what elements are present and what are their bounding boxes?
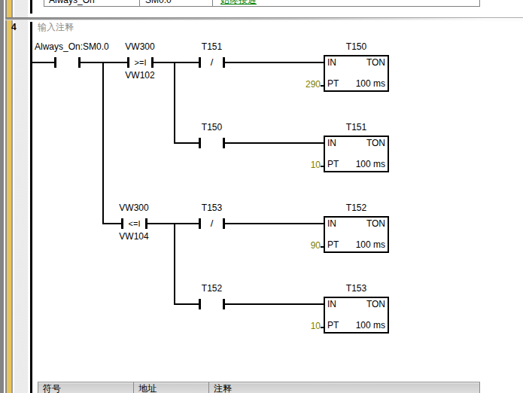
timer-box-ton[interactable]: IN TON PT 100 ms xyxy=(324,216,389,253)
timer-type: TON xyxy=(366,219,385,229)
column-divider xyxy=(208,382,209,393)
wire xyxy=(175,303,199,305)
pt-pin-stub xyxy=(321,85,324,87)
contact-label: T150 xyxy=(193,123,230,133)
contact-bar-icon xyxy=(199,299,201,309)
timer-time-base: 100 ms xyxy=(356,160,385,169)
compare-operand-top: VW300 xyxy=(115,203,153,213)
column-header-symbol: 符号 xyxy=(43,384,61,393)
pt-pin-stub xyxy=(321,327,324,328)
column-header-address: 地址 xyxy=(138,384,157,393)
timer-box-ton[interactable]: IN TON PT 100 ms xyxy=(324,297,389,334)
wire xyxy=(225,223,324,224)
timer-type: TON xyxy=(366,300,385,309)
compare-operand-top: VW300 xyxy=(121,42,159,52)
contact-normally-closed[interactable]: / xyxy=(199,218,225,229)
wire xyxy=(147,223,199,224)
contact-normally-open[interactable] xyxy=(199,138,225,148)
timer-pt-pin: PT xyxy=(327,160,339,169)
timer-name: T151 xyxy=(324,123,389,133)
timer-name: T153 xyxy=(324,284,389,294)
wire xyxy=(225,62,324,63)
branch-wire xyxy=(102,62,104,224)
timer-name: T150 xyxy=(324,42,389,52)
timer-pt-pin: PT xyxy=(327,321,339,331)
timer-in-pin: IN xyxy=(327,300,336,309)
timer-name: T152 xyxy=(324,203,389,213)
compare-operand-bottom: VW102 xyxy=(121,71,159,81)
timer-in-pin: IN xyxy=(327,219,336,229)
timer-type: TON xyxy=(366,58,385,68)
timer-pt-value[interactable]: 90 xyxy=(289,241,321,251)
wire xyxy=(154,62,199,63)
timer-pt-pin: PT xyxy=(327,240,339,250)
timer-in-pin: IN xyxy=(327,139,336,148)
timer-pt-value[interactable]: 10 xyxy=(289,160,321,170)
contact-label: T153 xyxy=(193,203,230,213)
compare-operator: <=I xyxy=(121,219,147,228)
timer-box-ton[interactable]: IN TON PT 100 ms xyxy=(324,55,389,92)
comment-cell[interactable]: 始终接通 xyxy=(220,0,257,5)
contact-normally-open[interactable] xyxy=(54,57,81,68)
wire xyxy=(32,62,54,63)
normally-closed-slash-icon: / xyxy=(199,218,225,229)
compare-contact[interactable]: <=I xyxy=(121,218,147,229)
column-divider xyxy=(133,382,134,393)
contact-label: T151 xyxy=(193,42,230,52)
contact-normally-open[interactable] xyxy=(199,299,225,309)
timer-type: TON xyxy=(366,139,385,148)
network-number[interactable]: 4 xyxy=(11,23,20,32)
symbol-table-header xyxy=(38,382,480,393)
timer-time-base: 100 ms xyxy=(356,79,385,89)
timer-pt-pin: PT xyxy=(327,79,339,89)
symbol-cell[interactable]: Always_On xyxy=(49,0,95,5)
wire xyxy=(81,62,127,63)
wire xyxy=(225,142,324,144)
wire xyxy=(103,223,121,224)
contact-bar-icon xyxy=(54,57,56,68)
pt-pin-stub xyxy=(321,246,324,248)
wire xyxy=(225,303,324,305)
timer-time-base: 100 ms xyxy=(356,321,385,331)
column-header-comment: 注释 xyxy=(214,384,232,393)
timer-pt-value[interactable]: 290 xyxy=(289,80,321,90)
gutter-dither xyxy=(14,0,28,393)
compare-operator: >=I xyxy=(127,58,154,67)
symbol-table-border xyxy=(44,6,480,7)
pt-pin-stub xyxy=(321,166,324,167)
branch-wire xyxy=(174,62,175,144)
network-title[interactable]: 输入注释 xyxy=(38,23,74,32)
timer-in-pin: IN xyxy=(327,58,336,68)
contact-normally-closed[interactable]: / xyxy=(199,57,225,68)
timer-box-ton[interactable]: IN TON PT 100 ms xyxy=(324,136,389,172)
address-cell[interactable]: SM0.0 xyxy=(145,0,172,5)
compare-contact[interactable]: >=I xyxy=(127,57,154,68)
branch-wire xyxy=(174,223,175,305)
contact-bar-icon xyxy=(199,138,201,148)
network-separator xyxy=(5,17,523,20)
timer-time-base: 100 ms xyxy=(356,240,385,250)
compare-operand-bottom: VW104 xyxy=(115,232,153,242)
power-rail xyxy=(30,0,32,14)
timer-pt-value[interactable]: 10 xyxy=(289,321,321,331)
contact-label: T152 xyxy=(193,284,230,294)
normally-closed-slash-icon: / xyxy=(199,57,225,68)
power-rail xyxy=(30,22,32,393)
wire xyxy=(175,142,199,144)
contact-label: Always_On:SM0.0 xyxy=(35,42,109,52)
